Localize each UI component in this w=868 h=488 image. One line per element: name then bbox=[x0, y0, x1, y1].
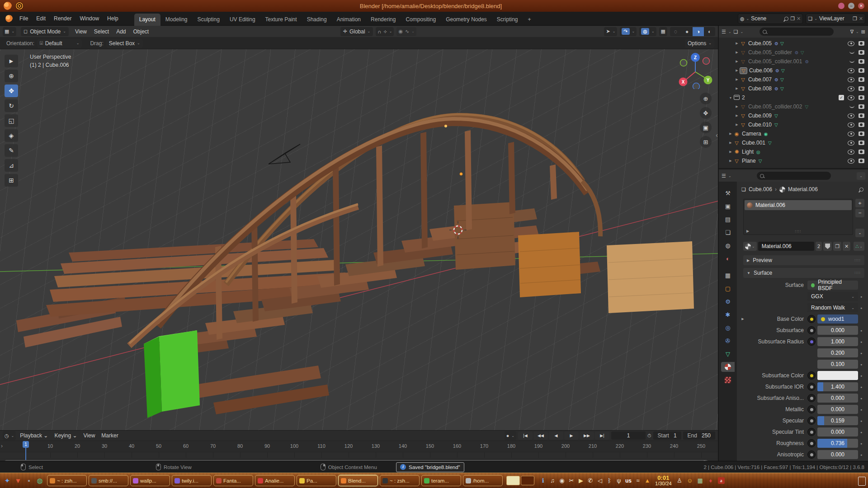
value-slider[interactable]: 1.000 bbox=[817, 337, 858, 346]
3d-viewport[interactable]: User Perspective (1) 2 | Cube.006 ►⊕✥↻◱◈… bbox=[0, 49, 718, 430]
expand-toggle[interactable]: ▶ bbox=[728, 159, 733, 163]
material-slot-item[interactable]: Material.006 bbox=[745, 200, 852, 210]
expand-toggle[interactable]: ▶ bbox=[734, 42, 740, 45]
outliner-row-cube-001[interactable]: ▶▽Cube.001▽ bbox=[719, 138, 868, 147]
expand-toggle[interactable]: ▶ bbox=[734, 60, 740, 63]
eye-icon[interactable] bbox=[848, 77, 854, 82]
outliner-display-mode-icon[interactable]: ☰ bbox=[722, 29, 726, 35]
play-button[interactable]: ▶ bbox=[564, 432, 579, 440]
viewport-menu-add[interactable]: Add bbox=[113, 27, 129, 36]
object-name[interactable]: Cube.001 bbox=[742, 140, 765, 146]
value-slider[interactable]: 0.100 bbox=[817, 360, 858, 369]
outliner-row-cube-005-collider-002[interactable]: ▶▽Cube.005_collider.002▽ bbox=[719, 102, 868, 111]
prop-widget[interactable]: 0.000 bbox=[817, 394, 858, 403]
object-name[interactable]: 2 bbox=[742, 94, 745, 101]
nav-pan-button[interactable]: ✥ bbox=[700, 107, 712, 119]
tray-volume-icon[interactable]: ◁ bbox=[597, 477, 603, 484]
minimize-button[interactable]: – bbox=[848, 3, 854, 9]
camera-visibility-icon[interactable] bbox=[859, 50, 864, 55]
animate-decorator-dot[interactable]: ● bbox=[858, 295, 864, 298]
material-slot-list[interactable]: Material.006 ▶ ∷∷ bbox=[743, 199, 853, 235]
object-name[interactable]: Plane bbox=[742, 158, 756, 164]
xray-toggle[interactable]: ▦ bbox=[659, 27, 667, 36]
menu-window[interactable]: Window bbox=[75, 14, 103, 23]
browse-material-dropdown[interactable]: ⌄ bbox=[743, 242, 757, 251]
properties-tab-texture[interactable] bbox=[721, 375, 735, 385]
camera-visibility-icon[interactable] bbox=[859, 86, 864, 91]
proportional-edit-controls[interactable]: ◉∿⌄ bbox=[396, 27, 416, 36]
camera-visibility-icon[interactable] bbox=[859, 150, 864, 154]
animate-decorator-dot[interactable]: ● bbox=[858, 374, 864, 377]
outliner-row-cube-005-collider-001[interactable]: ▶▽Cube.005_collider.001⚙ bbox=[719, 57, 868, 66]
surface-panel-header[interactable]: ▼Surface∷∷ bbox=[743, 268, 864, 278]
workspace-2[interactable] bbox=[521, 476, 534, 485]
properties-tab-particles[interactable]: ✱ bbox=[721, 310, 735, 319]
remove-icon[interactable]: ✕ bbox=[859, 16, 863, 22]
taskbar-window-fanta[interactable]: Fanta... bbox=[213, 475, 253, 486]
properties-tab-world[interactable]: ◐ bbox=[721, 253, 735, 263]
timeline-channel-strip[interactable] bbox=[0, 452, 718, 458]
tray-music-icon[interactable]: ♫ bbox=[549, 477, 556, 484]
outliner-search-input[interactable] bbox=[760, 28, 834, 36]
expand-toggle[interactable]: ▶ bbox=[728, 132, 733, 136]
nav-grid-ortho-button[interactable]: ⊞ bbox=[700, 136, 712, 148]
eye-closed-icon[interactable] bbox=[849, 59, 854, 63]
outliner-row-cube-007[interactable]: ▶▽Cube.007⚙▽ bbox=[719, 75, 868, 84]
unlink-material-button[interactable]: ✕ bbox=[843, 242, 850, 251]
tool-annotate[interactable]: ✎ bbox=[5, 144, 18, 157]
expand-toggle[interactable]: ▼ bbox=[728, 96, 733, 99]
show-desktop-button[interactable] bbox=[858, 477, 866, 486]
taskbar-window-hom[interactable]: /hom... bbox=[463, 475, 503, 486]
tray-warning-icon[interactable]: ▲ bbox=[644, 477, 651, 484]
properties-tab-object[interactable]: ▢ bbox=[721, 283, 735, 293]
prop-widget[interactable]: 0.000 bbox=[817, 405, 858, 414]
taskbar-window-zsh[interactable]: ~ : zsh... bbox=[380, 475, 420, 486]
tray-calculator-icon[interactable]: ▦ bbox=[697, 477, 703, 484]
tray-phone-icon[interactable]: ✆ bbox=[587, 477, 594, 484]
eye-icon[interactable] bbox=[848, 150, 854, 155]
viewlayer-name[interactable]: ViewLayer bbox=[819, 15, 851, 22]
properties-search-input[interactable] bbox=[757, 172, 831, 180]
taskbar-window-pa[interactable]: Pa... bbox=[297, 475, 336, 486]
node-socket-icon[interactable] bbox=[807, 450, 816, 459]
taskbar-window-wallp[interactable]: wallp... bbox=[130, 475, 170, 486]
animate-decorator-dot[interactable]: ● bbox=[858, 340, 864, 343]
properties-tab-data[interactable]: ▽ bbox=[721, 349, 735, 359]
drag-dropdown[interactable]: Select Box⌄ bbox=[106, 39, 143, 48]
camera-visibility-icon[interactable] bbox=[859, 68, 864, 73]
gizmo-toggle[interactable]: ↷⌄ bbox=[620, 27, 637, 36]
value-slider[interactable]: 0.200 bbox=[817, 348, 858, 357]
breadcrumb-object[interactable]: Cube.006 bbox=[749, 186, 772, 192]
frame-start-field[interactable]: Start1 bbox=[653, 432, 681, 440]
outliner-row-cube-008[interactable]: ▶▽Cube.008⚙▽ bbox=[719, 84, 868, 93]
preview-panel-header[interactable]: ▶Preview∷∷ bbox=[743, 255, 864, 265]
object-name[interactable]: Cube.005_collider.001 bbox=[748, 58, 802, 65]
tool-transform[interactable]: ◈ bbox=[5, 129, 18, 142]
tray-info-icon[interactable]: ℹ bbox=[540, 477, 546, 484]
taskbar-window-twilyi[interactable]: twily.i... bbox=[172, 475, 212, 486]
blender-logo-icon[interactable] bbox=[5, 15, 13, 22]
menu-help[interactable]: Help bbox=[103, 14, 123, 23]
object-name[interactable]: Camera bbox=[742, 131, 761, 137]
launcher-media[interactable]: ▼ bbox=[13, 475, 24, 486]
copy-icon[interactable]: ❐ bbox=[790, 16, 795, 22]
outliner-row-cube-005-collider[interactable]: ▶▽Cube.005_collider⚙▽ bbox=[719, 48, 868, 57]
launcher-kde[interactable]: ✦ bbox=[2, 475, 13, 486]
expand-toggle[interactable]: ▶ bbox=[734, 51, 740, 54]
camera-visibility-icon[interactable] bbox=[859, 141, 864, 145]
eye-icon[interactable] bbox=[848, 122, 854, 127]
outliner-row-light[interactable]: ▶✺Light◎ bbox=[719, 147, 868, 156]
unlink-icon[interactable]: ✕ bbox=[797, 16, 801, 22]
tray-bell-icon[interactable]: ♙ bbox=[676, 477, 683, 484]
camera-visibility-icon[interactable] bbox=[859, 59, 864, 64]
timeline-menu-marker[interactable]: Marker bbox=[98, 432, 121, 440]
taskbar-window-blend[interactable]: Blend... bbox=[338, 475, 378, 486]
users-count-button[interactable]: 2 bbox=[816, 242, 822, 251]
animate-decorator-dot[interactable]: ● bbox=[858, 442, 864, 445]
prop-widget[interactable]: 0.736 bbox=[817, 439, 858, 448]
next-keyframe-button[interactable]: ▶▶ bbox=[580, 432, 594, 440]
overlays-toggle[interactable]: ◍⌄ bbox=[639, 27, 656, 36]
object-name[interactable]: Light bbox=[742, 149, 754, 155]
taskbar-window-zsh[interactable]: ~ : zsh... bbox=[47, 475, 87, 486]
outliner-row-camera[interactable]: ▶◉Camera◉ bbox=[719, 129, 868, 138]
